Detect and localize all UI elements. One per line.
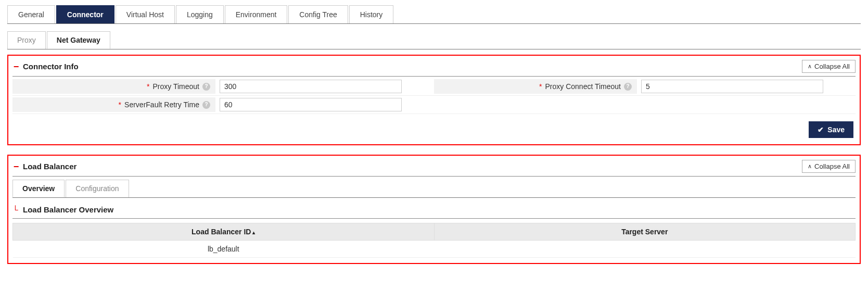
collapse-all-label: Collapse All: [814, 162, 850, 170]
load-balancer-header: − Load Balancer ∧ Collapse All: [12, 158, 856, 177]
tab-logging[interactable]: Logging: [176, 5, 224, 23]
collapse-icon[interactable]: −: [12, 62, 20, 71]
sub-tab-bar: Proxy Net Gateway: [7, 31, 861, 49]
connector-info-panel: − Connector Info ∧ Collapse All * Proxy …: [7, 55, 861, 145]
collapse-all-button[interactable]: ∧ Collapse All: [802, 160, 856, 173]
tab-config-tree[interactable]: Config Tree: [288, 5, 348, 23]
label-proxy-timeout: * Proxy Timeout ?: [12, 79, 215, 94]
col-lb-id[interactable]: Load Balancer ID▴: [13, 223, 435, 241]
required-marker: *: [119, 100, 121, 109]
connector-info-title: Connector Info: [23, 62, 79, 71]
collapse-all-button[interactable]: ∧ Collapse All: [802, 60, 856, 73]
proxy-timeout-text: Proxy Timeout: [153, 82, 199, 91]
top-tab-bar: General Connector Virtual Host Logging E…: [7, 5, 861, 24]
cell-target: [434, 241, 856, 258]
chevron-up-icon: ∧: [808, 64, 812, 69]
serverfault-retry-text: ServerFault Retry Time: [124, 100, 199, 109]
proxy-connect-timeout-text: Proxy Connect Timeout: [545, 82, 621, 91]
subtab-proxy[interactable]: Proxy: [7, 31, 46, 49]
row-proxy-timeout: * Proxy Timeout ?: [12, 78, 434, 96]
proxy-connect-timeout-input[interactable]: [641, 80, 823, 93]
tab-general[interactable]: General: [7, 5, 55, 23]
collapse-all-label: Collapse All: [814, 62, 850, 70]
save-label: Save: [827, 125, 845, 134]
tab-virtual-host[interactable]: Virtual Host: [116, 5, 175, 23]
connector-form: * Proxy Timeout ? * Proxy Connect Timeou…: [12, 78, 856, 114]
tab-history[interactable]: History: [349, 5, 394, 23]
check-icon: ✔: [818, 126, 824, 133]
lb-overview-header: └ Load Balancer Overview: [12, 201, 856, 219]
lb-tab-overview[interactable]: Overview: [12, 180, 65, 197]
tab-connector[interactable]: Connector: [56, 5, 114, 23]
tab-environment[interactable]: Environment: [225, 5, 288, 23]
collapse-icon[interactable]: −: [12, 162, 20, 171]
lb-table: Load Balancer ID▴ Target Server lb_defau…: [12, 223, 856, 258]
label-proxy-connect-timeout: * Proxy Connect Timeout ?: [434, 79, 637, 94]
subtab-net-gateway[interactable]: Net Gateway: [47, 31, 110, 49]
row-serverfault-retry: * ServerFault Retry Time ?: [12, 96, 434, 114]
table-row[interactable]: lb_default: [13, 241, 856, 258]
proxy-timeout-input[interactable]: [220, 80, 402, 93]
lb-tab-bar: Overview Configuration: [12, 180, 856, 198]
help-icon[interactable]: ?: [202, 83, 210, 91]
cell-lb-id: lb_default: [13, 241, 435, 258]
label-serverfault-retry: * ServerFault Retry Time ?: [12, 97, 215, 112]
col-target-server[interactable]: Target Server: [434, 223, 856, 241]
row-empty: [434, 96, 856, 114]
serverfault-retry-input[interactable]: [220, 98, 402, 111]
required-marker: *: [539, 82, 542, 91]
help-icon[interactable]: ?: [202, 101, 210, 109]
lb-overview-title: Load Balancer Overview: [23, 205, 113, 214]
save-button[interactable]: ✔ Save: [809, 121, 853, 138]
load-balancer-title: Load Balancer: [23, 162, 76, 171]
row-proxy-connect-timeout: * Proxy Connect Timeout ?: [434, 78, 856, 96]
lb-tab-configuration[interactable]: Configuration: [66, 180, 129, 197]
chevron-up-icon: ∧: [808, 164, 812, 169]
branch-icon: └: [12, 206, 20, 213]
connector-info-header: − Connector Info ∧ Collapse All: [12, 58, 856, 77]
load-balancer-panel: − Load Balancer ∧ Collapse All Overview …: [7, 155, 861, 264]
help-icon[interactable]: ?: [624, 83, 632, 91]
required-marker: *: [147, 82, 149, 91]
sort-asc-icon: ▴: [252, 230, 255, 235]
